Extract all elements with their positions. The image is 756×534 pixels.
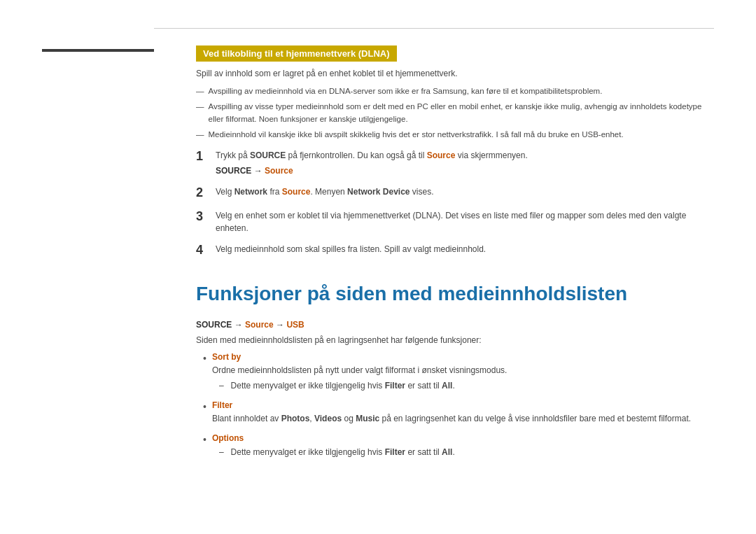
bullet-sort-by-content: Sort by Ordne medieinnholdslisten på nyt… <box>212 352 714 392</box>
sort-by-sub: Dette menyvalget er ikke tilgjengelig hv… <box>219 379 714 392</box>
bullet-dot-1: • <box>203 352 206 366</box>
sidebar-rule <box>42 49 154 52</box>
step-4-number: 4 <box>196 243 216 258</box>
step-1-text: Trykk på SOURCE på fjernkontrollen. Du k… <box>216 150 528 160</box>
dash-item-3: Medieinnhold vil kanskje ikke bli avspil… <box>196 129 714 141</box>
sort-by-desc: Ordne medieinnholdslisten på nytt under … <box>212 364 714 377</box>
section2-heading: Funksjoner på siden med medieinnholdslis… <box>196 282 714 306</box>
bullet-dot-2: • <box>203 400 206 414</box>
bullet-section: • Sort by Ordne medieinnholdslisten på n… <box>203 352 714 458</box>
step-1-command: SOURCE → Source <box>216 164 714 177</box>
step-4: 4 Velg medieinnhold som skal spilles fra… <box>196 243 714 258</box>
step-3-number: 3 <box>196 209 216 225</box>
step-1-content: Trykk på SOURCE på fjernkontrollen. Du k… <box>216 149 714 177</box>
section1-heading: Ved tilkobling til et hjemmenettverk (DL… <box>196 45 397 62</box>
options-sub: Dette menyvalget er ikke tilgjengelig hv… <box>219 446 714 458</box>
left-sidebar <box>42 28 154 506</box>
step-2-content: Velg Network fra Source. Menyen Network … <box>216 185 714 198</box>
bullet-options-content: Options Dette menyvalget er ikke tilgjen… <box>212 433 714 458</box>
numbered-steps: 1 Trykk på SOURCE på fjernkontrollen. Du… <box>196 149 714 258</box>
step-3-content: Velg en enhet som er koblet til via hjem… <box>216 209 714 234</box>
main-content: Ved tilkobling til et hjemmenettverk (DL… <box>154 28 714 506</box>
bullet-sort-by: • Sort by Ordne medieinnholdslisten på n… <box>203 352 714 392</box>
step-2-number: 2 <box>196 185 216 201</box>
page-container: Ved tilkobling til et hjemmenettverk (DL… <box>0 0 756 534</box>
step-3-text: Velg en enhet som er koblet til via hjem… <box>216 211 686 233</box>
step-4-text: Velg medieinnhold som skal spilles fra l… <box>216 244 486 254</box>
bullet-dot-3: • <box>203 433 206 447</box>
sort-by-label: Sort by <box>212 352 714 362</box>
bullet-filter: • Filter Blant innholdet av Photos, Vide… <box>203 400 714 425</box>
step-1-number: 1 <box>196 149 216 164</box>
bullet-options: • Options Dette menyvalget er ikke tilgj… <box>203 433 714 458</box>
top-rule <box>154 28 714 29</box>
section1-intro: Spill av innhold som er lagret på en enh… <box>196 69 714 78</box>
step-1: 1 Trykk på SOURCE på fjernkontrollen. Du… <box>196 149 714 177</box>
source-line: SOURCE → Source → USB <box>196 320 714 330</box>
dash-item-2: Avspilling av visse typer medieinnhold s… <box>196 101 714 125</box>
step-2: 2 Velg Network fra Source. Menyen Networ… <box>196 185 714 201</box>
step-3: 3 Velg en enhet som er koblet til via hj… <box>196 209 714 234</box>
step-2-text: Velg Network fra Source. Menyen Network … <box>216 187 434 197</box>
section2-intro: Siden med medieinnholdslisten på en lagr… <box>196 335 714 345</box>
options-label: Options <box>212 433 714 443</box>
filter-label: Filter <box>212 400 714 410</box>
filter-desc: Blant innholdet av Photos, Videos og Mus… <box>212 412 714 425</box>
dash-item-1: Avspilling av medieinnhold via en DLNA-s… <box>196 85 714 97</box>
bullet-filter-content: Filter Blant innholdet av Photos, Videos… <box>212 400 714 425</box>
step-4-content: Velg medieinnhold som skal spilles fra l… <box>216 243 714 255</box>
